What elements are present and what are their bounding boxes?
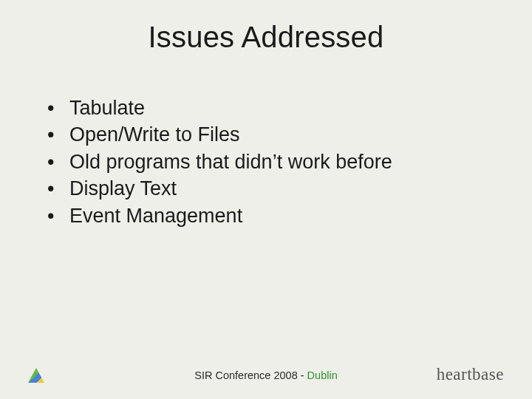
list-item: Event Management xyxy=(41,202,491,229)
slide-body: Tabulate Open/Write to Files Old program… xyxy=(41,95,491,229)
bullet-list: Tabulate Open/Write to Files Old program… xyxy=(41,95,491,229)
footer-location: Dublin xyxy=(307,369,338,381)
list-item: Old programs that didn’t work before xyxy=(41,149,491,175)
footer-text: SIR Conference 2008 - xyxy=(194,369,307,381)
list-item: Open/Write to Files xyxy=(41,121,491,148)
slide: Issues Addressed Tabulate Open/Write to … xyxy=(0,0,532,399)
footer-brand: heartbase xyxy=(437,365,504,384)
list-item: Display Text xyxy=(41,175,491,202)
list-item: Tabulate xyxy=(41,95,491,121)
slide-footer: SIR Conference 2008 - Dublin heartbase xyxy=(0,361,532,383)
slide-title: Issues Addressed xyxy=(0,21,532,54)
